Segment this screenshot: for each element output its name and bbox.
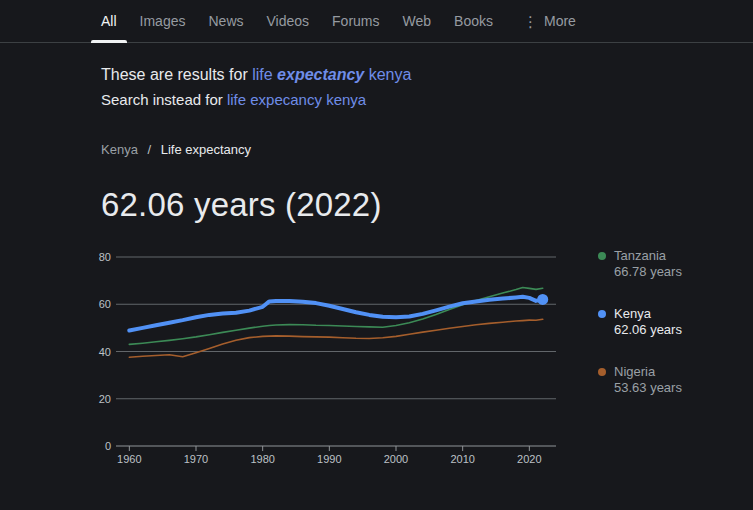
breadcrumb-current: Life expectancy	[161, 142, 251, 157]
search-tabs-bar: All Images News Videos Forums Web Books …	[0, 0, 753, 43]
svg-text:2000: 2000	[384, 453, 408, 465]
tab-videos[interactable]: Videos	[267, 0, 310, 42]
more-menu-button[interactable]: ⋮ More	[523, 0, 576, 42]
original-query-link[interactable]: life expecancy kenya	[227, 91, 366, 108]
legend-country-name: Nigeria	[614, 364, 682, 380]
answer-value-title: 62.06 years (2022)	[101, 186, 382, 224]
legend-country-value: 62.06 years	[614, 322, 682, 338]
tab-books[interactable]: Books	[454, 0, 493, 42]
search-tabs: All Images News Videos Forums Web Books …	[0, 0, 753, 42]
svg-text:80: 80	[99, 251, 111, 263]
svg-text:1960: 1960	[117, 453, 141, 465]
legend-item-tanzania[interactable]: Tanzania 66.78 years	[598, 248, 682, 280]
three-dots-vertical-icon: ⋮	[523, 14, 538, 29]
breadcrumb-parent-link[interactable]: Kenya	[101, 142, 138, 157]
corrected-word: expectancy	[277, 66, 364, 83]
search-instead-line: Search instead for life expecancy kenya	[101, 89, 411, 110]
legend-item-nigeria[interactable]: Nigeria 53.63 years	[598, 364, 682, 396]
svg-text:1980: 1980	[250, 453, 274, 465]
search-instead-text: Search instead for	[101, 91, 227, 108]
chart-legend: Tanzania 66.78 years Kenya 62.06 years N…	[598, 248, 682, 422]
breadcrumb: Kenya / Life expectancy	[101, 142, 251, 157]
tanzania-series-dot-icon	[598, 252, 606, 260]
svg-text:20: 20	[99, 393, 111, 405]
svg-text:2010: 2010	[450, 453, 474, 465]
corrected-query-link[interactable]: life expectancy kenya	[252, 66, 411, 83]
tab-news[interactable]: News	[208, 0, 243, 42]
tab-forums[interactable]: Forums	[332, 0, 379, 42]
nigeria-series-dot-icon	[598, 368, 606, 376]
breadcrumb-separator: /	[148, 142, 152, 157]
svg-text:40: 40	[99, 346, 111, 358]
more-label: More	[544, 13, 576, 29]
tab-images[interactable]: Images	[140, 0, 186, 42]
tab-web[interactable]: Web	[403, 0, 432, 42]
legend-country-value: 66.78 years	[614, 264, 682, 280]
legend-country-value: 53.63 years	[614, 380, 682, 396]
svg-text:60: 60	[99, 298, 111, 310]
results-for-text: These are results for	[101, 66, 252, 83]
spell-suggestion-block: These are results for life expectancy ke…	[101, 63, 411, 110]
life-expectancy-chart[interactable]: 0204060801960197019801990200020102020	[94, 245, 564, 475]
tab-all[interactable]: All	[101, 0, 117, 42]
svg-text:0: 0	[105, 440, 111, 452]
legend-country-name: Tanzania	[614, 248, 682, 264]
svg-text:2020: 2020	[517, 453, 541, 465]
results-for-line: These are results for life expectancy ke…	[101, 63, 411, 86]
kenya-series-dot-icon	[598, 310, 606, 318]
svg-text:1970: 1970	[184, 453, 208, 465]
legend-country-name: Kenya	[614, 306, 682, 322]
legend-item-kenya[interactable]: Kenya 62.06 years	[598, 306, 682, 338]
google-results-page: All Images News Videos Forums Web Books …	[0, 0, 753, 510]
svg-text:1990: 1990	[317, 453, 341, 465]
